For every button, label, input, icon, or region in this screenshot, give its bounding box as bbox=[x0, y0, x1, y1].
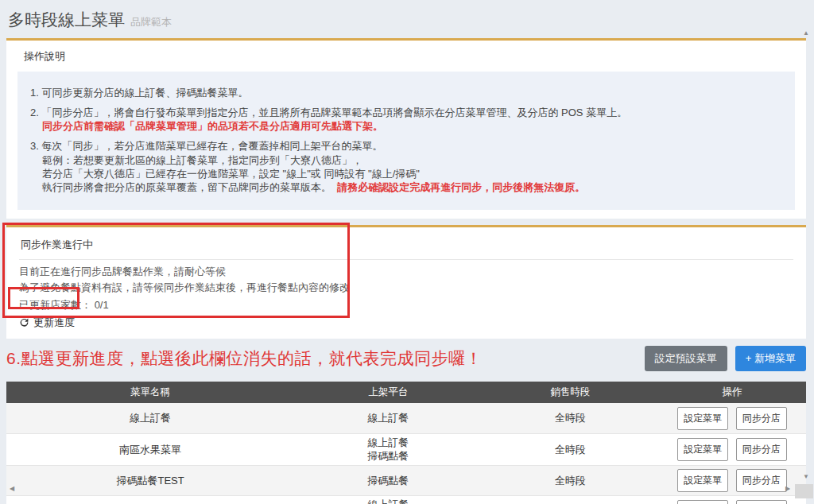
menu-table-header: 菜單名稱 上架平台 銷售時段 操作 bbox=[6, 382, 806, 403]
refresh-progress-link[interactable]: 更新進度 bbox=[19, 316, 75, 330]
refresh-progress-label: 更新進度 bbox=[33, 316, 75, 330]
period-cell: 全時段 bbox=[483, 495, 658, 504]
platform-cell: 線上訂餐 bbox=[294, 403, 482, 433]
instruction-item-1: 1. 可同步更新分店的線上訂餐、掃碼點餐菜單。 bbox=[30, 86, 782, 99]
instruction-item-2-text: 2. 「同步分店」，將會自行發布菜單到指定分店，並且將所有品牌菜單範本品項將會顯… bbox=[30, 106, 782, 119]
scroll-down-arrow-icon[interactable]: ▼ bbox=[803, 474, 809, 480]
menu-table: 菜單名稱 上架平台 銷售時段 操作 線上訂餐 線上訂餐 全時段 設定菜單 同步分… bbox=[6, 382, 806, 504]
page-title-row: 多時段線上菜單品牌範本 bbox=[6, 0, 806, 38]
scroll-left-arrow-icon[interactable]: ◀ bbox=[10, 486, 14, 492]
period-cell: 全時段 bbox=[483, 433, 658, 465]
table-row: 線上訂餐 線上訂餐 全時段 設定菜單 同步分店 bbox=[6, 403, 806, 433]
set-menu-button[interactable]: 設定菜單 bbox=[677, 438, 728, 461]
menu-management-page: { "page": { "title": "多時段線上菜單", "subtitl… bbox=[0, 0, 814, 504]
actions-cell: 設定菜單 同步分店 bbox=[658, 403, 806, 433]
column-header-menu-name: 菜單名稱 bbox=[6, 382, 294, 403]
table-row: TEST 線上訂餐掃碼點餐 全時段 設定菜單 同步分店 bbox=[6, 495, 806, 504]
sync-status-header: 同步作業進行中 bbox=[19, 234, 793, 260]
table-row: 南區水果菜單 線上訂餐掃碼點餐 全時段 設定菜單 同步分店 bbox=[6, 433, 806, 465]
set-menu-button[interactable]: 設定菜單 bbox=[677, 469, 728, 492]
instruction-item-3-text: 3. 每次「同步」，若分店進階菜單已經存在，會覆蓋掉相同上架平台的菜單。 bbox=[30, 139, 782, 153]
menu-name-cell: 南區水果菜單 bbox=[6, 433, 294, 465]
page-subtitle: 品牌範本 bbox=[130, 16, 172, 28]
scroll-up-arrow-icon[interactable]: ▲ bbox=[803, 30, 809, 37]
sync-branch-button[interactable]: 同步分店 bbox=[736, 469, 787, 492]
sync-branch-button[interactable]: 同步分店 bbox=[736, 500, 787, 504]
instructions-card: 操作說明 1. 可同步更新分店的線上訂餐、掃碼點餐菜單。 2. 「同步分店」，將… bbox=[6, 38, 806, 219]
instructions-header: 操作說明 bbox=[24, 49, 795, 64]
instruction-item-1-text: 1. 可同步更新分店的線上訂餐、掃碼點餐菜單。 bbox=[30, 86, 782, 99]
instruction-item-3-detail: 若分店「大寮八德店」已經存在一份進階菜單，設定 "線上"或 同時設有 "線上/掃… bbox=[42, 167, 782, 180]
instruction-item-2: 2. 「同步分店」，將會自行發布菜單到指定分店，並且將所有品牌菜單範本品項將會顯… bbox=[30, 106, 782, 133]
set-menu-button[interactable]: 設定菜單 bbox=[677, 500, 728, 504]
actions-cell: 設定菜單 同步分店 bbox=[658, 495, 806, 504]
scrollbar-corner bbox=[795, 484, 813, 498]
platform-cell: 掃碼點餐 bbox=[294, 465, 482, 495]
actions-cell: 設定菜單 同步分店 bbox=[658, 465, 806, 495]
platform-cell: 線上訂餐掃碼點餐 bbox=[294, 495, 482, 504]
menu-name-cell: TEST bbox=[6, 495, 294, 504]
menu-name-cell: 線上訂餐 bbox=[6, 403, 294, 433]
column-header-period: 銷售時段 bbox=[483, 382, 658, 403]
refresh-icon bbox=[19, 317, 29, 328]
set-menu-button[interactable]: 設定菜單 bbox=[677, 407, 728, 430]
sync-updated-count: 已更新店家數： 0/1 bbox=[19, 298, 793, 312]
period-cell: 全時段 bbox=[483, 403, 658, 433]
menu-table-body: 線上訂餐 線上訂餐 全時段 設定菜單 同步分店 南區水果菜單 線上訂餐掃碼點餐 … bbox=[6, 403, 806, 504]
add-menu-button[interactable]: + 新增菜單 bbox=[735, 346, 806, 371]
main-content: 多時段線上菜單品牌範本 操作說明 1. 可同步更新分店的線上訂餐、掃碼點餐菜單。… bbox=[6, 0, 806, 504]
scroll-right-arrow-icon[interactable]: ▶ bbox=[785, 486, 790, 492]
actions-cell: 設定菜單 同步分店 bbox=[658, 433, 806, 465]
instruction-item-3-result: 執行同步將會把分店的原菜單覆蓋，留下品牌同步的菜單版本。 請務必確認設定完成再進… bbox=[42, 180, 782, 194]
instruction-item-3-example: 範例：若想要更新北區的線上訂餐菜單，指定同步到「大寮八德店」， bbox=[42, 153, 782, 167]
platform-cell: 線上訂餐掃碼點餐 bbox=[294, 433, 482, 465]
toolbar-buttons: 設定預設菜單 + 新增菜單 bbox=[645, 346, 806, 371]
sync-branch-button[interactable]: 同步分店 bbox=[736, 407, 787, 430]
sync-status-card: 同步作業進行中 目前正在進行同步品牌餐點作業，請耐心等候 為了避免餐點資料有誤，… bbox=[6, 225, 806, 339]
table-row: 掃碼點餐TEST 掃碼點餐 全時段 設定菜單 同步分店 bbox=[6, 465, 806, 495]
menu-name-cell: 掃碼點餐TEST bbox=[6, 465, 294, 495]
sync-status-line-1: 目前正在進行同步品牌餐點作業，請耐心等候 bbox=[19, 266, 793, 279]
instruction-item-2-warning: 同步分店前需確認「品牌菜單管理」的品項若不是分店適用可先點選下架。 bbox=[42, 119, 782, 133]
column-header-actions: 操作 bbox=[658, 382, 806, 403]
sync-status-line-2: 為了避免餐點資料有誤，請等候同步作業結束後，再進行餐點內容的修改 bbox=[19, 281, 793, 295]
sync-branch-button[interactable]: 同步分店 bbox=[736, 438, 787, 461]
column-header-platform: 上架平台 bbox=[294, 382, 482, 403]
step-annotation: 6.點選更新進度，點選後此欄位消失的話，就代表完成同步囉！ bbox=[6, 347, 483, 370]
set-default-menu-button[interactable]: 設定預設菜單 bbox=[645, 346, 727, 371]
instructions-body: 1. 可同步更新分店的線上訂餐、掃碼點餐菜單。 2. 「同步分店」，將會自行發布… bbox=[17, 72, 795, 210]
action-row: 6.點選更新進度，點選後此欄位消失的話，就代表完成同步囉！ 設定預設菜單 + 新… bbox=[6, 346, 806, 371]
period-cell: 全時段 bbox=[483, 465, 658, 495]
page-title: 多時段線上菜單 bbox=[8, 10, 125, 29]
instruction-item-3-warning: 請務必確認設定完成再進行同步，同步後將無法復原。 bbox=[337, 181, 585, 193]
instruction-item-3: 3. 每次「同步」，若分店進階菜單已經存在，會覆蓋掉相同上架平台的菜單。 範例：… bbox=[30, 139, 782, 194]
